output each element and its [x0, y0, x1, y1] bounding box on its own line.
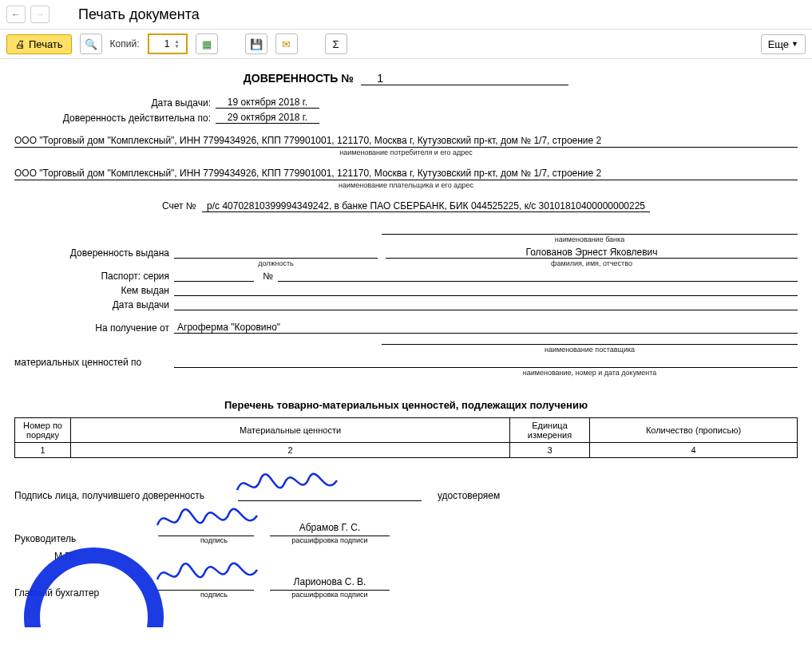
consumer-line: ООО "Торговый дом "Комплексный", ИНН 779… — [14, 135, 798, 148]
colnum-2: 2 — [71, 443, 510, 458]
diskette-icon: 💾 — [250, 38, 263, 50]
receive-from-label: На получение от — [14, 322, 174, 334]
colnum-3: 3 — [510, 443, 590, 458]
copies-label: Копий: — [110, 38, 140, 49]
passport-num-label: № — [254, 271, 278, 282]
position-value — [174, 247, 378, 259]
issued-by-value — [174, 285, 798, 296]
valid-until-label: Доверенность действительна по: — [14, 113, 216, 124]
materials-caption: наименование, номер и дата документа — [382, 369, 798, 377]
certify-label: удостоверяем — [438, 490, 500, 501]
supplier-value: Агроферма "Коровино" — [174, 322, 798, 334]
th-qty: Количество (прописью) — [590, 418, 798, 443]
more-button[interactable]: Еще ▼ — [761, 34, 806, 54]
passport-number — [278, 271, 798, 282]
th-num: Номер по порядку — [15, 418, 71, 443]
save-button[interactable]: 💾 — [245, 34, 267, 54]
bank-caption: наименование банка — [382, 235, 798, 243]
signature-icon — [233, 466, 345, 503]
doc-title: ДОВЕРЕННОСТЬ № — [244, 72, 354, 85]
colnum-1: 1 — [15, 443, 71, 458]
page-title: Печать документа — [78, 6, 200, 23]
th-material: Материальные ценности — [71, 418, 510, 443]
accountant-decipher-cap: расшифровка подписи — [270, 591, 390, 599]
issued-date-value — [174, 299, 798, 310]
sum-button[interactable]: Σ — [325, 34, 347, 54]
receiver-sign-label: Подпись лица, получившего доверенность — [14, 490, 238, 501]
consumer-caption: наименование потребителя и его адрес — [14, 148, 798, 156]
manager-sign-line — [158, 522, 254, 536]
colnum-4: 4 — [590, 443, 798, 458]
supplier-caption: наименование поставщика — [382, 346, 798, 354]
issued-by-label: Кем выдан — [14, 285, 174, 296]
envelope-icon: ✉ — [282, 38, 291, 50]
doc-number: 1 — [361, 72, 568, 85]
export-excel-button[interactable]: ▦ — [196, 34, 218, 54]
send-mail-button[interactable]: ✉ — [275, 34, 298, 54]
magnifier-icon: 🔍 — [85, 38, 97, 50]
materials-by-label: материальных ценностей по — [14, 357, 174, 368]
issued-to-label: Доверенность выдана — [14, 247, 174, 259]
date-issue-value: 19 октября 2018 г. — [216, 97, 319, 109]
payer-caption: наименование плательщика и его адрес — [14, 181, 798, 189]
issued-date-label: Дата выдачи — [14, 299, 174, 310]
printer-icon: 🖨 — [15, 38, 26, 50]
sigma-icon: Σ — [332, 38, 339, 50]
position-caption: должность — [174, 259, 378, 267]
more-button-label: Еще — [768, 38, 789, 50]
document-area: ДОВЕРЕННОСТЬ № 1 Дата выдачи: 19 октября… — [0, 59, 812, 627]
account-text: р/с 40702810399994349242, в банке ПАО СБ… — [202, 200, 650, 212]
payer-line: ООО "Торговый дом "Комплексный", ИНН 779… — [14, 168, 798, 180]
fio-caption: фамилия, имя, отчество — [386, 259, 798, 267]
accountant-name: Ларионова С. В. — [270, 576, 390, 591]
back-button[interactable]: ← — [6, 6, 26, 23]
forward-button[interactable]: → — [30, 6, 50, 23]
list-title: Перечень товарно-материальных ценностей,… — [14, 399, 798, 411]
signature-icon — [153, 501, 265, 538]
fio-value: Голованов Эрнест Яковлевич — [386, 247, 798, 259]
signature-icon — [153, 555, 265, 592]
preview-button[interactable]: 🔍 — [80, 34, 102, 54]
print-button[interactable]: 🖨 Печать — [6, 34, 72, 54]
copies-input[interactable] — [152, 38, 172, 50]
accountant-label: Главный бухгалтер — [14, 587, 158, 599]
spinner-arrows-icon[interactable]: ▲▼ — [175, 39, 180, 49]
table-icon: ▦ — [202, 38, 212, 50]
passport-series — [174, 271, 254, 282]
valid-until-value: 29 октября 2018 г. — [216, 112, 319, 124]
passport-label: Паспорт: серия — [14, 271, 174, 282]
manager-label: Руководитель — [14, 533, 158, 544]
manager-decipher-cap: расшифровка подписи — [270, 536, 390, 544]
materials-value — [174, 357, 798, 368]
manager-name: Абрамов Г. С. — [270, 522, 390, 536]
chevron-down-icon: ▼ — [791, 40, 798, 48]
copies-spinner[interactable]: ▲▼ — [148, 34, 188, 54]
th-unit: Единица измерения — [510, 418, 590, 443]
receiver-sign-line — [238, 487, 422, 501]
date-issue-label: Дата выдачи: — [14, 97, 216, 109]
items-table: Номер по порядку Материальные ценности Е… — [14, 417, 798, 458]
account-label: Счет № — [162, 200, 196, 211]
print-button-label: Печать — [29, 38, 63, 50]
accountant-sign-line — [158, 576, 254, 591]
